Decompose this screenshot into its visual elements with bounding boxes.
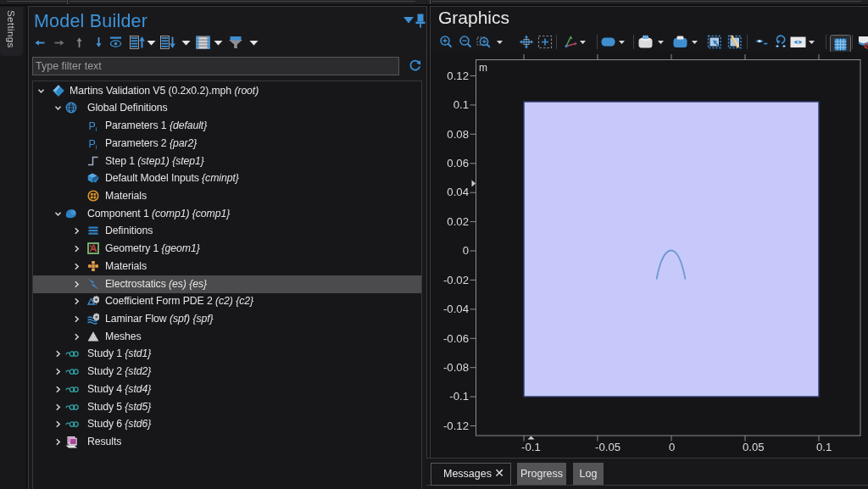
svg-text:-0.08: -0.08 (443, 361, 469, 374)
svg-text:-0.05: -0.05 (595, 441, 620, 453)
svg-text:m: m (479, 62, 487, 74)
svg-text:0.05: 0.05 (743, 441, 765, 453)
svg-text:0.02: 0.02 (447, 215, 469, 228)
svg-text:-0.04: -0.04 (443, 303, 469, 315)
svg-text:0.12: 0.12 (447, 69, 469, 82)
svg-text:0.08: 0.08 (447, 128, 469, 141)
svg-text:-0.1: -0.1 (449, 390, 469, 403)
svg-text:0.1: 0.1 (816, 441, 832, 453)
svg-text:0.06: 0.06 (447, 157, 469, 169)
svg-text:0.04: 0.04 (447, 186, 469, 198)
svg-text:-0.12: -0.12 (443, 420, 469, 432)
svg-text:-0.1: -0.1 (521, 441, 541, 453)
svg-text:-0.06: -0.06 (443, 332, 469, 345)
svg-text:0: 0 (669, 441, 675, 453)
svg-text:0.1: 0.1 (453, 98, 469, 111)
svg-text:-0.02: -0.02 (443, 274, 469, 286)
svg-text:0: 0 (463, 244, 469, 257)
